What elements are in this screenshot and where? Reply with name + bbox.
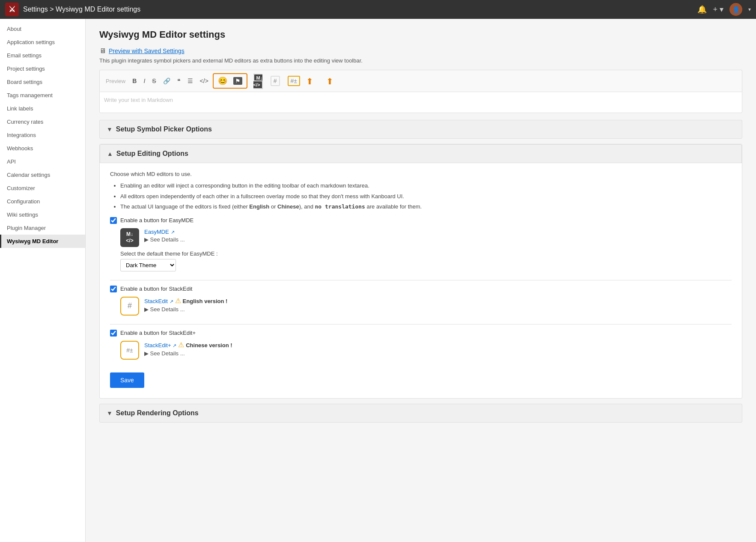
easymde-theme-row: Select the default theme for EasyMDE : D… [120, 250, 732, 271]
md-textarea-placeholder: Write your text in Markdown [104, 97, 173, 103]
toolbar-preview-label[interactable]: Preview [103, 77, 128, 86]
sidebar-item-api[interactable]: API [0, 155, 85, 168]
symbol-picker-section-header[interactable]: ▼ Setup Symbol Picker Options [99, 120, 742, 139]
stackedit-plus-see-details[interactable]: ▶ See Details ... [144, 350, 732, 357]
editing-options-section: ▲ Setup Editing Options Choose which MD … [99, 144, 742, 399]
stackedit-checkbox-label: Enable a button for StackEdit [120, 286, 192, 292]
easymde-checkbox-row: Enable a button for EasyMDE [110, 217, 732, 224]
sidebar-item-plugin-manager[interactable]: Plugin Manager [0, 221, 85, 235]
sidebar-item-calendar-settings[interactable]: Calendar settings [0, 168, 85, 182]
sidebar-item-board-settings[interactable]: Board settings [0, 75, 85, 89]
flag-icon: ⚑ [233, 77, 242, 85]
toolbar-italic[interactable]: I [141, 76, 148, 86]
layout: About Application settings Email setting… [0, 19, 756, 542]
rendering-section-header[interactable]: ▼ Setup Rendering Options [99, 404, 742, 423]
page-title: Wysiwyg MD Editor settings [99, 29, 742, 40]
stackedit-link[interactable]: StackEdit [144, 298, 168, 304]
easymde-theme-select[interactable]: Dark Theme Light Theme [120, 259, 176, 271]
stackedit-plus-checkbox-row: Enable a button for StackEdit+ [110, 330, 732, 337]
symbol-picker-chevron: ▼ [107, 126, 113, 133]
stackedit-plus-warning-text: Chinese version ! [186, 342, 232, 348]
editing-options-body: Choose which MD editors to use. Enabling… [100, 163, 742, 398]
easymde-toolbar-icon: M↓</> [253, 74, 263, 89]
stackedit-card: # StackEdit ↗ ⚠ English version ! ▶ See … [120, 297, 732, 316]
sidebar: About Application settings Email setting… [0, 19, 86, 542]
toolbar-bold[interactable]: B [130, 76, 139, 86]
editing-options-intro: Choose which MD editors to use. [110, 171, 732, 177]
add-button[interactable]: + ▾ [713, 5, 723, 14]
rendering-section: ▼ Setup Rendering Options [99, 404, 742, 423]
stackedit-warning-text: English version ! [183, 298, 228, 304]
sidebar-item-configuration[interactable]: Configuration [0, 195, 85, 208]
stackedit-see-details[interactable]: ▶ See Details ... [144, 306, 732, 313]
easymde-info: EasyMDE ↗ ▶ See Details ... [144, 228, 732, 243]
toolbar-easymde-btn[interactable]: M↓</> [251, 73, 265, 89]
toolbar-quote[interactable]: ❝ [175, 76, 183, 86]
stackedit-plus-checkbox[interactable] [110, 330, 117, 337]
app-logo: ⚔ [5, 3, 19, 16]
save-button[interactable]: Save [110, 372, 144, 388]
sidebar-item-link-labels[interactable]: Link labels [0, 102, 85, 115]
avatar[interactable]: 👤 [729, 3, 742, 16]
editing-options-section-title: Setup Editing Options [116, 150, 188, 158]
toolbar-highlighted-group: 😊 ⚑ [213, 73, 247, 89]
sidebar-item-currency-rates[interactable]: Currency rates [0, 115, 85, 128]
stackedit-plus-logo: #± [120, 341, 139, 360]
topbar: ⚔ Settings > Wysiwyg MD Editor settings … [0, 0, 756, 19]
bullet-1: Enabling an editor will inject a corresp… [120, 182, 732, 190]
sidebar-item-project-settings[interactable]: Project settings [0, 62, 85, 75]
easymde-theme-label: Select the default theme for EasyMDE : [120, 250, 732, 257]
stackedit-plus-warning-icon: ⚠ [178, 341, 184, 348]
preview-link-row: 🖥 Preview with Saved Settings [99, 47, 742, 55]
toolbar-code[interactable]: </> [197, 76, 211, 86]
rendering-section-title: Setup Rendering Options [116, 409, 199, 417]
arrow-up-emoji: ⬆ [306, 76, 313, 86]
stackedit-logo: # [120, 297, 139, 316]
toolbar-stackedit-btn[interactable]: # [268, 76, 283, 86]
logo-letter: ⚔ [9, 5, 15, 14]
sidebar-item-webhooks[interactable]: Webhooks [0, 142, 85, 155]
sidebar-item-wysiwyg-md-editor[interactable]: Wysiwyg MD Editor [0, 235, 85, 248]
symbol-picker-section: ▼ Setup Symbol Picker Options [99, 120, 742, 139]
divider-2 [110, 324, 732, 325]
easymde-see-details[interactable]: ▶ See Details ... [144, 236, 732, 243]
plugin-description: This plugin integrates symbol pickers an… [99, 57, 742, 64]
easymde-card: M↓</> EasyMDE ↗ ▶ See Details ... [120, 228, 732, 247]
md-toolbar: Preview B I S 🔗 ❝ ☰ </> 😊 ⚑ M↓</> [99, 70, 742, 92]
toolbar-flag-btn[interactable]: ⚑ [231, 76, 245, 86]
editing-options-bullets: Enabling an editor will inject a corresp… [110, 182, 732, 211]
sidebar-item-email-settings[interactable]: Email settings [0, 49, 85, 62]
main-content: Wysiwyg MD Editor settings 🖥 Preview wit… [86, 19, 756, 542]
sidebar-item-wiki-settings[interactable]: Wiki settings [0, 208, 85, 221]
easymde-checkbox-label: Enable a button for EasyMDE [120, 217, 193, 223]
preview-link[interactable]: Preview with Saved Settings [109, 48, 185, 54]
editing-options-section-header[interactable]: ▲ Setup Editing Options [100, 144, 742, 163]
sidebar-item-customizer[interactable]: Customizer [0, 182, 85, 195]
stackedit-checkbox[interactable] [110, 286, 117, 292]
easymde-section: Enable a button for EasyMDE M↓</> EasyMD… [110, 217, 732, 271]
stackedit-plus-link[interactable]: StackEdit+ [144, 342, 171, 348]
topbar-actions: 🔔 + ▾ 👤 ▾ [697, 3, 751, 16]
toolbar-strikethrough[interactable]: S [149, 76, 158, 86]
sidebar-item-about[interactable]: About [0, 22, 85, 36]
toolbar-list[interactable]: ☰ [185, 76, 196, 86]
stackedit-checkbox-row: Enable a button for StackEdit [110, 286, 732, 292]
emoji-icon: 😊 [218, 77, 227, 85]
easymde-link[interactable]: EasyMDE [144, 229, 169, 235]
avatar-chevron[interactable]: ▾ [748, 6, 751, 12]
toolbar-stackedit-plus-btn[interactable]: #± [285, 76, 303, 86]
stackedit-section: Enable a button for StackEdit # StackEdi… [110, 286, 732, 316]
easymde-external-icon: ↗ [171, 229, 175, 235]
toolbar-emoji-btn[interactable]: 😊 [215, 75, 230, 87]
sidebar-item-application-settings[interactable]: Application settings [0, 36, 85, 49]
stackedit-warning-icon: ⚠ [175, 297, 181, 304]
sidebar-item-tags-management[interactable]: Tags management [0, 89, 85, 102]
toolbar-editor-buttons: M↓</> # #± [251, 73, 303, 89]
stackedit-plus-card: #± StackEdit+ ↗ ⚠ Chinese version ! ▶ Se… [120, 341, 732, 360]
easymde-checkbox[interactable] [110, 217, 117, 224]
sidebar-item-integrations[interactable]: Integrations [0, 128, 85, 142]
divider-1 [110, 280, 732, 280]
toolbar-link[interactable]: 🔗 [161, 76, 173, 86]
stackedit-plus-external-icon: ↗ [173, 343, 176, 348]
bell-icon-button[interactable]: 🔔 [697, 5, 707, 14]
